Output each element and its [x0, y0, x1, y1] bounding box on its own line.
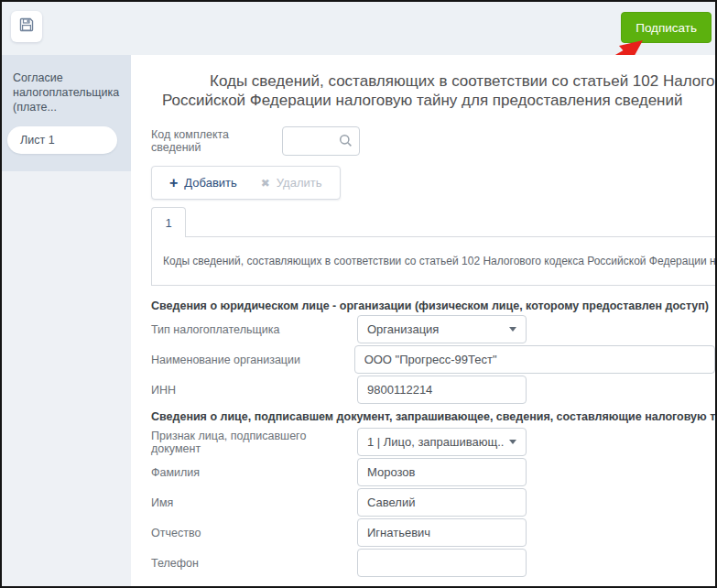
form-title: Коды сведений, составляющих в соответств… — [151, 55, 715, 110]
x-icon: ✖ — [261, 177, 270, 190]
taxpayer-type-label: Тип налогоплательщика — [151, 323, 357, 336]
field-row-surname: Фамилия — [151, 458, 715, 486]
signer-attr-label: Признак лица, подписавшего документ — [151, 430, 357, 455]
document-title: Согласие налогоплательщика (плате... — [13, 71, 125, 114]
surname-input[interactable] — [357, 458, 527, 486]
taxpayer-type-select[interactable]: Организация — [357, 315, 527, 343]
firstname-label: Имя — [151, 496, 357, 509]
document-nav: Согласие налогоплательщика (плате... Лис… — [2, 55, 131, 171]
form-title-line2: Российской Федерации налоговую тайну для… — [162, 91, 715, 110]
phone-input[interactable] — [357, 549, 527, 577]
chevron-down-icon — [509, 327, 516, 332]
field-row-taxpayer-type: Тип налогоплательщика Организация — [151, 315, 715, 343]
field-row-phone: Телефон — [151, 549, 715, 577]
patronymic-input[interactable] — [357, 518, 527, 547]
chevron-down-icon — [509, 440, 516, 444]
kit-code-row: Код комплекта сведений — [151, 126, 715, 156]
sidebar: Согласие налогоплательщика (плате... Лис… — [2, 55, 131, 586]
delete-button-label: Удалить — [277, 176, 322, 190]
signer-attr-value: 1 | Лицо, запрашивающ... — [367, 435, 504, 449]
patronymic-label: Отчество — [151, 527, 357, 539]
signer-attr-select[interactable]: 1 | Лицо, запрашивающ... — [357, 428, 527, 456]
main-panel: Коды сведений, составляющих в соответств… — [131, 55, 715, 586]
row-toolbar: + Добавить ✖ Удалить — [151, 166, 341, 200]
org-name-input[interactable] — [354, 345, 715, 374]
app-window: Подписать Согласие налогоплательщика (пл… — [0, 0, 717, 588]
field-row-org-name: Наименование организации — [151, 345, 715, 374]
field-row-inn: ИНН — [151, 376, 715, 404]
add-button[interactable]: + Добавить — [158, 167, 249, 199]
delete-button[interactable]: ✖ Удалить — [249, 167, 334, 199]
tab-panel-text: Коды сведений, составляющих в соответств… — [163, 255, 715, 267]
tab-1[interactable]: 1 — [151, 207, 186, 237]
kit-code-label: Код комплекта сведений — [151, 128, 282, 154]
section-header-signer: Сведения о лице, подписавшем документ, з… — [151, 410, 715, 424]
floppy-icon — [18, 16, 35, 37]
form-title-line1: Коды сведений, составляющих в соответств… — [210, 71, 715, 91]
sidebar-item-sheet1[interactable]: Лист 1 — [7, 126, 117, 154]
search-icon[interactable] — [339, 134, 353, 151]
field-row-firstname: Имя — [151, 488, 715, 517]
add-button-label: Добавить — [184, 176, 236, 190]
plus-icon: + — [169, 176, 178, 191]
inn-input[interactable] — [357, 376, 527, 404]
surname-label: Фамилия — [151, 466, 357, 479]
field-row-signer-attr: Признак лица, подписавшего документ 1 | … — [151, 428, 715, 456]
field-row-patronymic: Отчество — [151, 518, 715, 547]
tab-1-panel: Коды сведений, составляющих в соответств… — [151, 236, 715, 286]
inn-label: ИНН — [151, 384, 357, 397]
taxpayer-type-value: Организация — [367, 322, 504, 336]
save-button[interactable] — [11, 11, 42, 42]
firstname-input[interactable] — [357, 488, 527, 517]
phone-label: Телефон — [151, 557, 357, 570]
record-tabs: 1 Коды сведений, составляющих в соответс… — [151, 207, 715, 286]
section-header-legal-entity: Сведения о юридическом лице - организаци… — [151, 299, 715, 313]
org-name-label: Наименование организации — [151, 354, 354, 366]
